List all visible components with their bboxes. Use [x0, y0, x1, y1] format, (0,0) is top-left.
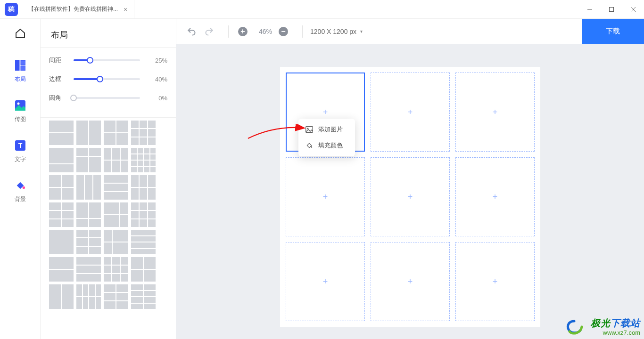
layout-template[interactable]	[76, 175, 101, 200]
rail-layout-label: 布局	[15, 75, 26, 83]
rail-background-label: 背景	[15, 195, 26, 203]
layout-panel: 布局 间距 25% 边框 40% 圆角 0%	[41, 19, 176, 339]
layout-template[interactable]	[76, 148, 101, 172]
rail-upload[interactable]: 传图	[0, 99, 41, 123]
layout-template[interactable]	[49, 175, 74, 200]
layout-template[interactable]	[76, 257, 101, 282]
layout-template[interactable]	[104, 230, 128, 254]
canvas-toolbar: + 46% − 1200 X 1200 px ▾ 下载	[176, 19, 644, 44]
rail-layout[interactable]: 布局	[0, 59, 41, 83]
chevron-down-icon: ▾	[360, 29, 363, 34]
slider-thumb[interactable]	[87, 57, 93, 64]
layout-template[interactable]	[131, 148, 156, 172]
grid-cell-3[interactable]: +	[286, 157, 365, 236]
svg-point-13	[307, 128, 309, 129]
layout-template[interactable]	[131, 257, 156, 282]
slider-radius-label: 圆角	[49, 94, 69, 102]
rail-home[interactable]	[0, 27, 41, 43]
slider-radius-track[interactable]	[74, 97, 140, 99]
ctx-add-image[interactable]: 添加图片	[298, 121, 355, 137]
plus-icon: +	[408, 107, 413, 117]
slider-thumb[interactable]	[97, 76, 103, 82]
layout-template[interactable]	[131, 284, 156, 309]
plus-icon: +	[493, 277, 498, 287]
dimensions-text: 1200 X 1200 px	[310, 28, 356, 35]
slider-border-track[interactable]	[74, 78, 140, 80]
paint-bucket-icon	[305, 142, 314, 149]
layout-template[interactable]	[104, 202, 128, 227]
svg-point-8	[17, 103, 19, 105]
zoom-in-button[interactable]: +	[236, 25, 249, 38]
slider-spacing-value: 25%	[147, 57, 167, 64]
layout-templates[interactable]	[41, 118, 176, 339]
redo-button[interactable]	[203, 25, 216, 38]
layout-template[interactable]	[104, 257, 128, 282]
slider-radius[interactable]: 圆角 0%	[49, 94, 167, 102]
close-button[interactable]	[622, 0, 644, 19]
ctx-fill-color-label: 填充颜色	[318, 141, 343, 150]
text-icon: T	[14, 139, 26, 152]
tab-close-icon[interactable]: ×	[124, 6, 127, 13]
grid-cell-2[interactable]: +	[455, 73, 535, 152]
plus-icon: +	[323, 277, 328, 287]
layout-template[interactable]	[131, 121, 156, 145]
layout-template[interactable]	[104, 121, 128, 145]
zoom-level[interactable]: 46%	[259, 28, 272, 35]
download-button[interactable]: 下载	[582, 19, 644, 44]
rail-text-label: 文字	[15, 155, 26, 163]
canvas-dimensions[interactable]: 1200 X 1200 px ▾	[310, 28, 363, 35]
layout-template[interactable]	[76, 284, 101, 309]
grid-cell-6[interactable]: +	[286, 242, 365, 321]
separator	[228, 25, 229, 38]
svg-point-11	[22, 186, 25, 189]
layout-template[interactable]	[76, 121, 101, 145]
layout-template[interactable]	[49, 121, 74, 145]
layout-template[interactable]	[104, 175, 128, 200]
slider-spacing[interactable]: 间距 25%	[49, 56, 167, 65]
svg-rect-12	[306, 127, 313, 133]
minimize-button[interactable]	[579, 0, 601, 19]
layout-template[interactable]	[49, 230, 74, 254]
slider-border-value: 40%	[147, 76, 167, 83]
svg-rect-5	[21, 60, 25, 65]
rail-text[interactable]: T 文字	[0, 139, 41, 163]
maximize-button[interactable]	[601, 0, 622, 19]
grid-cell-8[interactable]: +	[455, 242, 535, 321]
layout-template[interactable]	[76, 230, 101, 254]
layout-template[interactable]	[131, 230, 156, 254]
slider-spacing-track[interactable]	[74, 59, 140, 61]
slider-thumb[interactable]	[70, 95, 77, 101]
slider-border[interactable]: 边框 40%	[49, 75, 167, 83]
plus-icon: +	[408, 192, 413, 202]
layout-template[interactable]	[49, 257, 74, 282]
layout-template[interactable]	[49, 202, 74, 227]
grid-cell-7[interactable]: +	[371, 242, 450, 321]
canvas-area[interactable]: + + + + + + + + + 添加图片 填充颜色	[176, 44, 644, 339]
undo-button[interactable]	[185, 25, 198, 38]
layout-template[interactable]	[131, 175, 156, 200]
layout-template[interactable]	[49, 284, 74, 309]
plus-icon: +	[408, 277, 413, 287]
sliders-group: 间距 25% 边框 40% 圆角 0%	[41, 48, 176, 117]
layout-template[interactable]	[104, 284, 128, 309]
image-icon	[305, 126, 314, 133]
plus-icon: +	[323, 107, 328, 117]
rail-background[interactable]: 背景	[0, 179, 41, 203]
panel-title: 布局	[41, 19, 176, 47]
document-tab[interactable]: 【在线拼图软件】免费在线拼图神... ×	[22, 0, 134, 19]
zoom-out-button[interactable]: −	[277, 25, 290, 38]
titlebar: 稿 【在线拼图软件】免费在线拼图神... ×	[0, 0, 644, 19]
layout-template[interactable]	[104, 148, 128, 172]
grid-cell-4[interactable]: +	[371, 157, 450, 236]
layout-template[interactable]	[49, 148, 74, 172]
slider-fill	[74, 78, 100, 80]
ctx-fill-color[interactable]: 填充颜色	[298, 137, 355, 153]
sidebar-rail: 布局 传图 T 文字 背景	[0, 19, 41, 339]
svg-point-14	[311, 146, 312, 148]
grid-cell-5[interactable]: +	[455, 157, 535, 236]
grid-cell-1[interactable]: +	[371, 73, 450, 152]
plus-icon: +	[493, 192, 498, 202]
layout-template[interactable]	[76, 202, 101, 227]
layout-template[interactable]	[131, 202, 156, 227]
artboard[interactable]: + + + + + + + + +	[280, 67, 540, 327]
